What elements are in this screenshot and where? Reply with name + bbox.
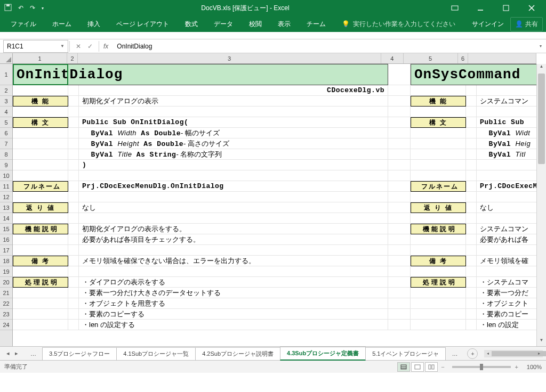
cell[interactable] (13, 138, 68, 149)
sig-close[interactable]: ) (79, 160, 388, 170)
row-header[interactable]: 1 (0, 64, 12, 85)
row-header[interactable]: 18 (0, 256, 12, 266)
fx-icon[interactable]: fx (99, 43, 113, 50)
cell[interactable] (68, 85, 79, 96)
cell[interactable] (388, 64, 411, 85)
cell[interactable] (79, 107, 388, 117)
cell[interactable] (79, 192, 388, 202)
row-header[interactable]: 11 (0, 181, 12, 192)
cell[interactable] (411, 85, 466, 96)
cell[interactable] (13, 128, 68, 138)
label-return[interactable]: 返り値 (13, 202, 68, 213)
tab-home[interactable]: ホーム (45, 17, 79, 32)
cell[interactable] (13, 320, 68, 330)
share-button[interactable]: 👤 共有 (510, 17, 543, 31)
row-header[interactable]: 16 (0, 234, 12, 245)
r-p1[interactable]: ByVal Widt (477, 128, 546, 138)
enter-formula-icon[interactable]: ✓ (86, 43, 94, 50)
cell[interactable] (477, 245, 546, 256)
cell[interactable] (68, 320, 79, 330)
scroll-thumb[interactable] (538, 74, 545, 164)
row-header[interactable]: 21 (0, 288, 12, 298)
ribbon-display-icon[interactable] (443, 0, 467, 16)
cell[interactable] (411, 245, 466, 256)
cell[interactable] (388, 107, 411, 117)
zoom-slider[interactable] (452, 366, 511, 368)
sheet-prev-more[interactable]: … (24, 348, 43, 359)
row-header[interactable]: 22 (0, 298, 12, 309)
cell[interactable] (466, 160, 477, 170)
row-header[interactable]: 9 (0, 160, 12, 170)
expand-formula-icon[interactable]: ▾ (535, 44, 546, 48)
cell[interactable] (68, 309, 79, 320)
cell[interactable] (79, 245, 388, 256)
cell[interactable] (388, 266, 411, 277)
cell[interactable] (68, 128, 79, 138)
cell[interactable] (388, 85, 411, 96)
tell-me-input[interactable]: 💡 実行したい作業を入力してください (334, 17, 463, 32)
cell[interactable] (411, 149, 466, 160)
hscroll-left-icon[interactable]: ◂ (484, 350, 492, 357)
r-s3[interactable]: ・オブジェクト (477, 298, 546, 309)
cell[interactable] (68, 202, 79, 213)
cell[interactable] (388, 192, 411, 202)
cell[interactable] (388, 96, 411, 107)
select-all-button[interactable] (0, 53, 13, 64)
cell[interactable] (388, 170, 411, 181)
hscroll-right-icon[interactable]: ▸ (535, 350, 543, 357)
row-header[interactable]: 20 (0, 277, 12, 288)
cell[interactable] (68, 149, 79, 160)
column-header[interactable]: 6 (458, 53, 469, 63)
tab-layout[interactable]: ページ レイアウト (109, 17, 176, 32)
label-shori[interactable]: 処理説明 (13, 277, 68, 288)
cell[interactable] (466, 170, 477, 181)
cell[interactable] (477, 170, 546, 181)
cell[interactable] (466, 298, 477, 309)
row-header[interactable]: 12 (0, 192, 12, 202)
desc-l2[interactable]: 必要があれば各項目をチェックする。 (79, 234, 388, 245)
column-header[interactable]: 5 (404, 53, 458, 63)
cell[interactable] (466, 320, 477, 330)
r-fullname[interactable]: Prj.CDocExecM (477, 181, 546, 192)
cell[interactable] (388, 320, 411, 330)
scroll-up-icon[interactable]: ▲ (537, 64, 546, 72)
column-headers[interactable]: 123456 (13, 53, 536, 64)
cell[interactable] (388, 288, 411, 298)
zoom-level[interactable]: 100% (518, 364, 542, 370)
cell[interactable] (411, 288, 466, 298)
label-koubun[interactable]: 構文 (13, 117, 68, 128)
sheet-tab-0[interactable]: 3.5プロシージャフロー (42, 347, 117, 360)
r-s4[interactable]: ・要素のコピー (477, 309, 546, 320)
cell[interactable] (466, 224, 477, 234)
label-bikou[interactable]: 備考 (13, 256, 68, 266)
cancel-formula-icon[interactable]: ✕ (74, 43, 83, 50)
cell[interactable] (68, 160, 79, 170)
cell[interactable] (388, 213, 411, 224)
undo-button[interactable]: ↶ (18, 4, 23, 12)
label-kinou[interactable]: 機能 (13, 96, 68, 107)
cell[interactable] (388, 234, 411, 245)
cell[interactable] (13, 192, 68, 202)
cell[interactable] (411, 309, 466, 320)
cell[interactable] (477, 213, 546, 224)
cell[interactable] (411, 170, 466, 181)
cell[interactable] (68, 288, 79, 298)
proc-title-left[interactable]: OnInitDialog (13, 64, 388, 85)
label-desc[interactable]: 機能説明 (13, 224, 68, 234)
cell[interactable] (388, 117, 411, 128)
cell[interactable] (411, 107, 466, 117)
row-header[interactable]: 19 (0, 266, 12, 277)
cell[interactable] (466, 213, 477, 224)
worksheet-grid[interactable]: 123456 123456789101112131415161718192021… (0, 53, 546, 346)
cell[interactable] (13, 107, 68, 117)
cell[interactable] (466, 149, 477, 160)
cell[interactable] (466, 256, 477, 266)
row-header[interactable]: 23 (0, 309, 12, 320)
cell[interactable] (477, 192, 546, 202)
cell[interactable] (13, 149, 68, 160)
row-header[interactable]: 4 (0, 107, 12, 117)
sheet-tab-2[interactable]: 4.2Subプロシージャ説明書 (195, 347, 280, 360)
r-label-shori[interactable]: 処理説明 (411, 277, 466, 288)
text-fullname[interactable]: Prj.CDocExecMenuDlg.OnInitDialog (79, 181, 388, 192)
tab-team[interactable]: チーム (299, 17, 333, 32)
